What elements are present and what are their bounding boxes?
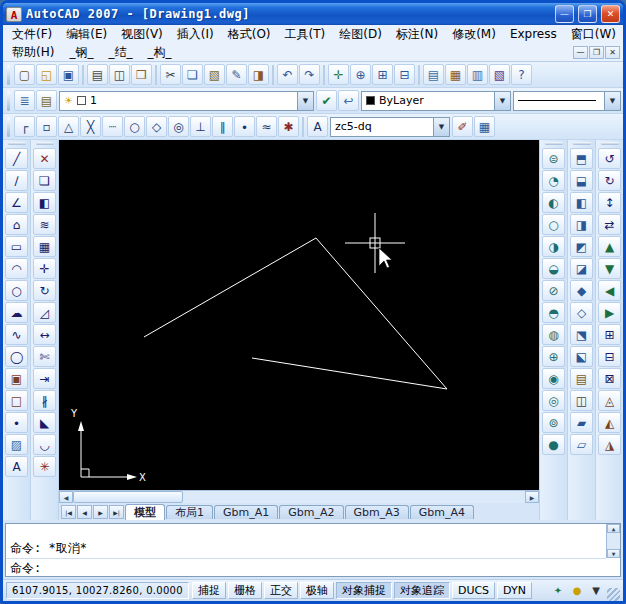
toolbar-grip[interactable] xyxy=(7,65,10,85)
fillet-icon[interactable]: ◡ xyxy=(33,434,56,455)
mirror-icon[interactable]: ◧ xyxy=(33,192,56,213)
menu-window[interactable]: 窗口(W) xyxy=(564,25,623,44)
zoom-previous-icon[interactable]: ⊟ xyxy=(394,64,415,85)
wireframe-cube-icon[interactable]: ▱ xyxy=(570,434,593,455)
save-file-icon[interactable]: ▣ xyxy=(58,64,79,85)
open-file-icon[interactable]: ◱ xyxy=(36,64,57,85)
toggle-otrack[interactable]: 对象追踪 xyxy=(394,582,450,599)
toolbar-grip[interactable] xyxy=(7,117,10,137)
double-ring-icon[interactable]: ⊚ xyxy=(542,412,565,433)
tab-next-button[interactable]: ▶ xyxy=(93,505,108,519)
scroll-left-button[interactable]: ◀ xyxy=(59,491,73,503)
cone-icon[interactable]: ◬ xyxy=(598,390,621,411)
menu-dimension[interactable]: 标注(N) xyxy=(389,25,445,44)
table-style-icon[interactable]: ▦ xyxy=(474,116,495,137)
snap-nearest-icon[interactable]: ≈ xyxy=(256,116,277,137)
free-orbit-icon[interactable]: ↻ xyxy=(598,170,621,191)
tool-palettes-icon[interactable]: ▥ xyxy=(467,64,488,85)
half-circle-bottom-icon[interactable]: ◒ xyxy=(542,258,565,279)
view-back-icon[interactable]: ◪ xyxy=(570,258,593,279)
toggle-ducs[interactable]: DUCS xyxy=(452,582,495,599)
arc-icon[interactable]: ◠ xyxy=(5,258,28,279)
orbit-icon[interactable]: ↺ xyxy=(598,148,621,169)
plot-preview-icon[interactable]: ◫ xyxy=(109,64,130,85)
revision-cloud-icon[interactable]: ☁ xyxy=(5,302,28,323)
menu-express[interactable]: Express xyxy=(503,26,564,42)
snap-parallel-icon[interactable]: ∥ xyxy=(212,116,233,137)
view-bottom-icon[interactable]: ⬓ xyxy=(570,170,593,191)
snap-center-icon[interactable]: ○ xyxy=(124,116,145,137)
circle-icon[interactable]: ○ xyxy=(5,280,28,301)
copy-icon[interactable]: ❏ xyxy=(182,64,203,85)
toggle-osnap[interactable]: 对象捕捉 xyxy=(336,582,392,599)
scale-icon[interactable]: ◿ xyxy=(33,302,56,323)
pan-icon[interactable]: ✛ xyxy=(328,64,349,85)
scroll-right-button[interactable]: ▶ xyxy=(525,491,539,503)
tab-gbm-a2[interactable]: Gbm_A2 xyxy=(279,505,343,519)
toggle-grid[interactable]: 栅格 xyxy=(228,582,262,599)
chevron-down-icon[interactable]: ▼ xyxy=(494,92,510,110)
chevron-down-icon[interactable]: ▼ xyxy=(604,92,620,110)
chevron-down-icon[interactable]: ▼ xyxy=(297,92,313,110)
view-sw-isometric-icon[interactable]: ◆ xyxy=(570,280,593,301)
toolbar-lock-icon[interactable]: ● xyxy=(569,583,585,599)
snap-perpendicular-icon[interactable]: ⊥ xyxy=(190,116,211,137)
shaded-circle-icon[interactable]: ◍ xyxy=(542,324,565,345)
menu-tools[interactable]: 工具(T) xyxy=(278,25,333,44)
color-dropdown[interactable]: ByLayer ▼ xyxy=(361,91,511,111)
pyramid-icon[interactable]: ◭ xyxy=(598,412,621,433)
toolbar-grip[interactable] xyxy=(601,142,619,145)
menu-jie[interactable]: _结_ xyxy=(101,43,139,62)
trim-icon[interactable]: ✄ xyxy=(33,346,56,367)
point-icon[interactable]: ∙ xyxy=(5,412,28,433)
copy-object-icon[interactable]: ❏ xyxy=(33,170,56,191)
explode-icon[interactable]: ✳ xyxy=(33,456,56,477)
mdi-restore-button[interactable]: ❐ xyxy=(589,46,604,59)
menu-draw[interactable]: 绘图(D) xyxy=(332,25,389,44)
layer-previous-icon[interactable]: ↩ xyxy=(338,90,359,111)
menu-edit[interactable]: 编辑(E) xyxy=(59,25,114,44)
menu-gang[interactable]: _钢_ xyxy=(62,43,100,62)
menu-help[interactable]: 帮助(H) xyxy=(5,43,61,62)
communication-center-icon[interactable]: ✦ xyxy=(550,583,566,599)
osnap-settings-icon[interactable]: ✱ xyxy=(278,116,299,137)
tab-model[interactable]: 模型 xyxy=(125,504,165,520)
break-icon[interactable]: ∦ xyxy=(33,390,56,411)
circled-plus-icon[interactable]: ⊕ xyxy=(542,346,565,367)
match-properties-icon[interactable]: ✎ xyxy=(226,64,247,85)
named-views-icon[interactable]: ▤ xyxy=(570,368,593,389)
command-scrollbar[interactable]: ▲ ▼ xyxy=(606,524,620,558)
view-left-icon[interactable]: ◧ xyxy=(570,192,593,213)
toggle-polar[interactable]: 极轴 xyxy=(300,582,334,599)
undo-icon[interactable]: ↶ xyxy=(277,64,298,85)
scrollbar-thumb[interactable] xyxy=(73,491,183,503)
toggle-ortho[interactable]: 正交 xyxy=(264,582,298,599)
chevron-down-icon[interactable]: ▼ xyxy=(433,118,449,136)
text-style-dropdown[interactable]: zc5-dq ▼ xyxy=(330,117,450,137)
menu-view[interactable]: 视图(V) xyxy=(114,25,170,44)
tray-menu-arrow-icon[interactable]: ▼ xyxy=(588,583,604,599)
menu-modify[interactable]: 修改(M) xyxy=(445,25,503,44)
tab-prev-button[interactable]: ◀ xyxy=(77,505,92,519)
snap-intersection-icon[interactable]: ╳ xyxy=(80,116,101,137)
snap-extension-icon[interactable]: ┈ xyxy=(102,116,123,137)
polyline-icon[interactable]: ∠ xyxy=(5,192,28,213)
toolbar-grip[interactable] xyxy=(8,142,26,145)
insert-block-icon[interactable]: ▣ xyxy=(5,368,28,389)
drawing-canvas[interactable]: YX xyxy=(59,140,539,490)
array-icon[interactable]: ▦ xyxy=(33,236,56,257)
slashed-circle-icon[interactable]: ⊘ xyxy=(542,280,565,301)
view-top-icon[interactable]: ⬒ xyxy=(570,148,593,169)
text-style-icon[interactable]: A xyxy=(307,116,328,137)
half-circle-left-icon[interactable]: ◐ xyxy=(542,192,565,213)
paste-icon[interactable]: ▧ xyxy=(204,64,225,85)
hatch-icon[interactable]: ▨ xyxy=(5,434,28,455)
make-object-layer-current-icon[interactable]: ✔ xyxy=(316,90,337,111)
grid-plus-icon[interactable]: ⊞ xyxy=(598,324,621,345)
half-circle-right-icon[interactable]: ◑ xyxy=(542,236,565,257)
resize-grip[interactable] xyxy=(607,588,620,601)
shaded-cube-icon[interactable]: ▰ xyxy=(570,412,593,433)
scroll-down-button[interactable]: ▼ xyxy=(607,549,620,558)
tab-first-button[interactable]: |◀ xyxy=(61,505,76,519)
properties-icon[interactable]: ▤ xyxy=(423,64,444,85)
